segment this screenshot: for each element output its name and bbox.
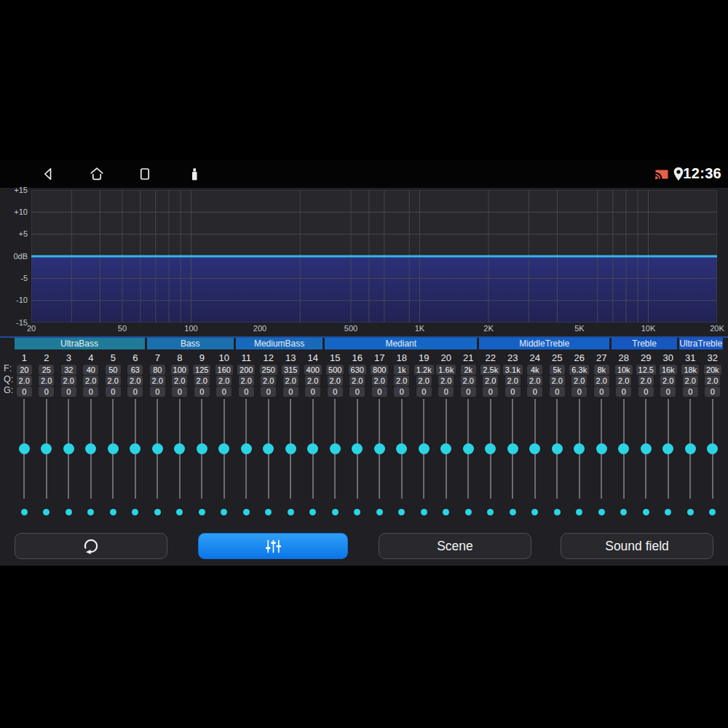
gain-slider[interactable] bbox=[702, 399, 724, 499]
slider-knob[interactable] bbox=[507, 443, 518, 454]
gain-chip[interactable]: 0 bbox=[61, 387, 76, 397]
gain-slider[interactable] bbox=[613, 399, 636, 499]
gain-chip[interactable]: 0 bbox=[349, 387, 365, 397]
gain-chip[interactable]: 0 bbox=[394, 387, 409, 397]
slider-knob[interactable] bbox=[596, 443, 607, 454]
sound-field-button[interactable]: Sound field bbox=[561, 533, 713, 559]
equalizer-button[interactable] bbox=[198, 533, 348, 559]
gain-slider[interactable] bbox=[480, 399, 502, 499]
gain-slider[interactable] bbox=[524, 399, 547, 499]
slider-knob[interactable] bbox=[330, 443, 341, 454]
gain-chip[interactable]: 0 bbox=[328, 387, 343, 397]
slider-knob[interactable] bbox=[685, 443, 696, 454]
gain-chip[interactable]: 0 bbox=[505, 387, 521, 397]
gain-slider[interactable] bbox=[679, 399, 702, 499]
slider-knob[interactable] bbox=[662, 443, 673, 454]
gain-slider[interactable] bbox=[391, 399, 414, 499]
back-icon[interactable] bbox=[39, 165, 57, 183]
slider-knob[interactable] bbox=[396, 443, 407, 454]
gain-chip[interactable]: 0 bbox=[17, 387, 32, 397]
slider-knob[interactable] bbox=[108, 443, 119, 454]
gain-chip[interactable]: 0 bbox=[550, 387, 565, 397]
gain-chip[interactable]: 0 bbox=[283, 387, 298, 397]
recents-icon[interactable] bbox=[136, 165, 154, 183]
gain-chip[interactable]: 0 bbox=[483, 387, 498, 397]
gain-chip[interactable]: 0 bbox=[683, 387, 698, 397]
gain-slider[interactable] bbox=[413, 399, 435, 499]
gain-slider[interactable] bbox=[191, 399, 213, 499]
gain-slider[interactable] bbox=[235, 399, 258, 499]
gain-slider[interactable] bbox=[258, 399, 280, 499]
gain-chip[interactable]: 0 bbox=[616, 387, 631, 397]
slider-knob[interactable] bbox=[218, 443, 229, 454]
gain-slider[interactable] bbox=[36, 399, 58, 499]
slider-knob[interactable] bbox=[529, 443, 540, 454]
gain-chip[interactable]: 0 bbox=[438, 387, 454, 397]
gain-slider[interactable] bbox=[546, 399, 569, 499]
band-group-header[interactable]: MiddleTreble bbox=[479, 338, 609, 349]
gain-slider[interactable] bbox=[302, 399, 325, 499]
slider-knob[interactable] bbox=[19, 443, 30, 454]
gain-chip[interactable]: 0 bbox=[416, 387, 432, 397]
gain-chip[interactable]: 0 bbox=[172, 387, 187, 397]
gain-chip[interactable]: 0 bbox=[216, 387, 232, 397]
slider-knob[interactable] bbox=[574, 443, 585, 454]
gain-chip[interactable]: 0 bbox=[527, 387, 542, 397]
gain-chip[interactable]: 0 bbox=[705, 387, 720, 397]
slider-knob[interactable] bbox=[241, 443, 252, 454]
slider-knob[interactable] bbox=[552, 443, 563, 454]
gain-chip[interactable]: 0 bbox=[305, 387, 320, 397]
gain-slider[interactable] bbox=[457, 399, 480, 499]
gain-chip[interactable]: 0 bbox=[660, 387, 676, 397]
band-group-header[interactable]: MediumBass bbox=[236, 338, 323, 349]
gain-chip[interactable]: 0 bbox=[83, 387, 98, 397]
gain-slider[interactable] bbox=[169, 399, 191, 499]
gain-slider[interactable] bbox=[435, 399, 458, 499]
gain-slider[interactable] bbox=[58, 399, 80, 499]
gain-chip[interactable]: 0 bbox=[261, 387, 276, 397]
gain-chip[interactable]: 0 bbox=[571, 387, 587, 397]
band-group-header[interactable]: Treble bbox=[612, 338, 677, 349]
slider-knob[interactable] bbox=[63, 443, 74, 454]
slider-knob[interactable] bbox=[463, 443, 474, 454]
gain-slider[interactable] bbox=[635, 399, 657, 499]
gain-slider[interactable] bbox=[324, 399, 347, 499]
gain-slider[interactable] bbox=[569, 399, 591, 499]
gain-slider[interactable] bbox=[657, 399, 680, 499]
slider-knob[interactable] bbox=[374, 443, 385, 454]
gain-chip[interactable]: 0 bbox=[194, 387, 210, 397]
slider-knob[interactable] bbox=[641, 443, 652, 454]
slider-knob[interactable] bbox=[174, 443, 185, 454]
gain-slider[interactable] bbox=[280, 399, 302, 499]
gain-chip[interactable]: 0 bbox=[150, 387, 165, 397]
gain-slider[interactable] bbox=[590, 399, 613, 499]
band-group-header[interactable]: UltraTreble bbox=[679, 338, 723, 349]
slider-knob[interactable] bbox=[285, 443, 296, 454]
gain-slider[interactable] bbox=[347, 399, 369, 499]
gain-slider[interactable] bbox=[13, 399, 36, 499]
slider-knob[interactable] bbox=[41, 443, 52, 454]
slider-knob[interactable] bbox=[263, 443, 274, 454]
gain-chip[interactable]: 0 bbox=[372, 387, 387, 397]
gain-chip[interactable]: 0 bbox=[106, 387, 121, 397]
gain-slider[interactable] bbox=[368, 399, 391, 499]
slider-knob[interactable] bbox=[440, 443, 451, 454]
gain-chip[interactable]: 0 bbox=[127, 387, 143, 397]
slider-knob[interactable] bbox=[152, 443, 163, 454]
slider-knob[interactable] bbox=[197, 443, 207, 454]
usb-drive-icon[interactable] bbox=[186, 165, 203, 183]
reset-button[interactable] bbox=[15, 533, 167, 559]
band-group-header[interactable]: Mediant bbox=[325, 338, 477, 349]
slider-knob[interactable] bbox=[352, 443, 363, 454]
gain-slider[interactable] bbox=[502, 399, 524, 499]
gain-chip[interactable]: 0 bbox=[239, 387, 254, 397]
gain-slider[interactable] bbox=[102, 399, 124, 499]
slider-knob[interactable] bbox=[707, 443, 718, 454]
gain-slider[interactable] bbox=[80, 399, 103, 499]
gain-slider[interactable] bbox=[146, 399, 169, 499]
slider-knob[interactable] bbox=[307, 443, 318, 454]
scene-button[interactable]: Scene bbox=[379, 533, 531, 559]
gain-chip[interactable]: 0 bbox=[461, 387, 476, 397]
gain-chip[interactable]: 0 bbox=[594, 387, 609, 397]
gain-slider[interactable] bbox=[124, 399, 147, 499]
